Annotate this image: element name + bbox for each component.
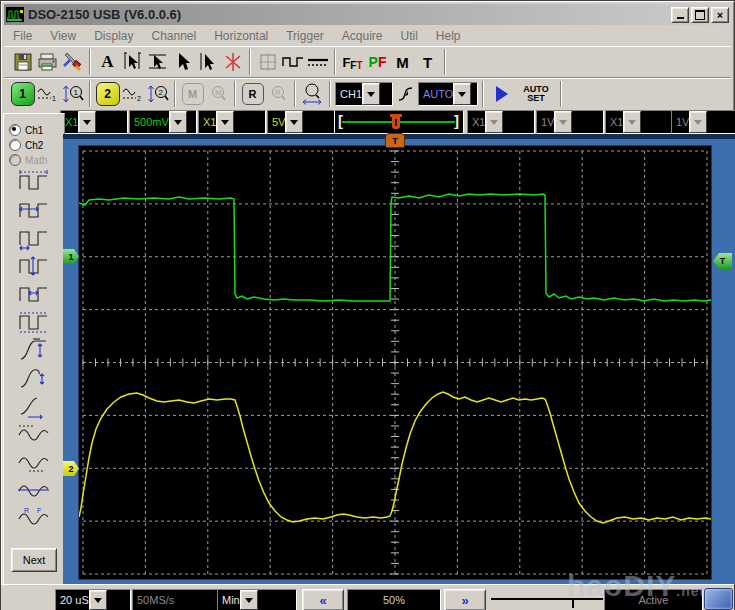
- ch2-voltage-combo[interactable]: 5V: [267, 110, 335, 134]
- menu-acquire[interactable]: Acquire: [333, 29, 392, 43]
- ch2-level-marker[interactable]: 2: [63, 461, 79, 476]
- trigger-mode-combo[interactable]: AUTO: [418, 82, 478, 106]
- menu-view[interactable]: View: [41, 29, 85, 43]
- autoset-label: AUTOSET: [523, 85, 548, 103]
- autoset-button[interactable]: AUTOSET: [516, 82, 556, 107]
- menu-trigger[interactable]: Trigger: [277, 29, 333, 43]
- pointer-cursor-button[interactable]: [170, 50, 195, 75]
- period-icon: [16, 197, 52, 223]
- menu-display[interactable]: Display: [85, 29, 142, 43]
- maximize-button[interactable]: [691, 7, 709, 23]
- math-voltage-combo-value: 1V: [537, 111, 554, 133]
- trace-cursor-button[interactable]: [195, 50, 220, 75]
- timebase-value: 20 uS: [56, 590, 89, 610]
- trigger-slope-button[interactable]: [393, 82, 418, 107]
- measure-button[interactable]: M: [390, 50, 415, 75]
- svg-text:1: 1: [52, 95, 56, 102]
- save-button[interactable]: [10, 50, 35, 75]
- trigger-level-marker[interactable]: T: [713, 253, 732, 269]
- frequency-measure-button[interactable]: [12, 169, 56, 195]
- menu-help[interactable]: Help: [427, 29, 470, 43]
- minimize-button[interactable]: [671, 7, 689, 23]
- mean-measure-button[interactable]: [12, 477, 56, 503]
- ch1-probe-combo[interactable]: X1: [60, 110, 128, 134]
- horizontal-cursor-button[interactable]: [145, 50, 170, 75]
- ch2-vzoom-icon: 2: [146, 83, 170, 105]
- duty-cycle-measure-button[interactable]: [12, 225, 56, 251]
- rise-time-measure-button[interactable]: [12, 337, 56, 363]
- period-measure-button[interactable]: [12, 197, 56, 223]
- timebase-dropdown-button[interactable]: [89, 590, 107, 610]
- delay-measure-button[interactable]: [12, 393, 56, 419]
- position-slider-track[interactable]: [491, 598, 603, 600]
- horizontal-position-slider[interactable]: [ ]: [333, 110, 464, 134]
- title-bar[interactable]: DSO-2150 USB (V6.0.0.6) ×: [4, 4, 731, 25]
- burst-width-measure-button[interactable]: [12, 309, 56, 335]
- scroll-left-button[interactable]: «: [302, 589, 344, 610]
- ch1-waveform-button[interactable]: 1: [35, 82, 60, 107]
- menu-horizontal[interactable]: Horizontal: [205, 29, 277, 43]
- reference-button[interactable]: R: [240, 82, 265, 107]
- annotate-text-button[interactable]: A: [95, 50, 120, 75]
- radio-icon: [9, 124, 21, 136]
- position-slider-thumb[interactable]: [572, 600, 574, 608]
- negative-width-measure-button[interactable]: [12, 281, 56, 307]
- vertical-cursor-button[interactable]: [120, 50, 145, 75]
- pass-fail-button[interactable]: PF: [365, 50, 390, 75]
- ch2-vertical-zoom-button[interactable]: 2: [145, 82, 170, 107]
- delete-cursor-icon: [222, 51, 244, 73]
- ch1-enable-button[interactable]: 1: [10, 82, 35, 107]
- peak-to-peak-measure-button[interactable]: [12, 449, 56, 475]
- channel-radio-ch2[interactable]: Ch2: [9, 138, 64, 152]
- waveform-display-button[interactable]: [280, 50, 305, 75]
- ch1-probe-combo-dropdown-button[interactable]: [78, 111, 96, 133]
- timebase-combo[interactable]: 20 uS: [55, 589, 131, 610]
- dotted-line-button[interactable]: [305, 50, 330, 75]
- ch1-level-marker[interactable]: 1: [63, 249, 79, 264]
- rms-measure-button[interactable]: RF: [12, 505, 56, 531]
- fft-button[interactable]: FFT: [340, 50, 365, 75]
- scroll-right-button[interactable]: »: [444, 589, 486, 610]
- channel-radio-ch1[interactable]: Ch1: [9, 123, 64, 137]
- ch1-voltage-combo[interactable]: 500mV: [129, 110, 197, 134]
- run-button[interactable]: [488, 82, 516, 107]
- ch2-voltage-combo-dropdown-button[interactable]: [285, 111, 303, 133]
- ch1-voltage-combo-dropdown-button[interactable]: [169, 111, 187, 133]
- ch1-vertical-zoom-button[interactable]: 1: [60, 82, 85, 107]
- delete-cursor-button[interactable]: [220, 50, 245, 75]
- trigger-source-dropdown-button[interactable]: [362, 83, 380, 105]
- toolbar-separator: [444, 49, 446, 75]
- positive-width-measure-button[interactable]: [12, 253, 56, 279]
- math-channel-button[interactable]: M: [180, 82, 205, 107]
- menu-util[interactable]: Util: [392, 29, 427, 43]
- ch2-probe-combo-dropdown-button[interactable]: [216, 111, 234, 133]
- slider-thumb[interactable]: [390, 114, 402, 130]
- menu-channel[interactable]: Channel: [143, 29, 206, 43]
- fall-time-measure-button[interactable]: [12, 365, 56, 391]
- reference-zoom-button[interactable]: R: [265, 82, 290, 107]
- svg-text:M: M: [215, 88, 222, 97]
- math-zoom-button[interactable]: M: [205, 82, 230, 107]
- horizontal-zoom-button[interactable]: [300, 82, 325, 107]
- close-button[interactable]: ×: [711, 7, 729, 23]
- dropdown-arrow-icon: [290, 120, 298, 129]
- scope-screen[interactable]: [78, 145, 712, 580]
- printer-icon: [37, 52, 59, 72]
- trigger-mode-dropdown-button[interactable]: [453, 83, 471, 105]
- buffer-size-dropdown-button[interactable]: [240, 590, 258, 610]
- next-page-button[interactable]: Next: [11, 548, 57, 572]
- reference-zoom-icon: R: [266, 83, 290, 105]
- trigger-source-combo[interactable]: CH1: [335, 82, 393, 106]
- buffer-size-combo[interactable]: Min: [217, 589, 297, 610]
- ch2-enable-button[interactable]: 2: [95, 82, 120, 107]
- menu-file[interactable]: File: [4, 29, 41, 43]
- settings-button[interactable]: [60, 50, 85, 75]
- channel-radio-math: Math: [9, 153, 64, 167]
- print-button[interactable]: [35, 50, 60, 75]
- text-tool-button[interactable]: T: [415, 50, 440, 75]
- trigger-position-marker[interactable]: T: [385, 133, 405, 148]
- ch2-waveform-button[interactable]: 2: [120, 82, 145, 107]
- grid-toggle-button[interactable]: [255, 50, 280, 75]
- amplitude-measure-button[interactable]: [12, 421, 56, 447]
- ch2-probe-combo[interactable]: X1: [198, 110, 266, 134]
